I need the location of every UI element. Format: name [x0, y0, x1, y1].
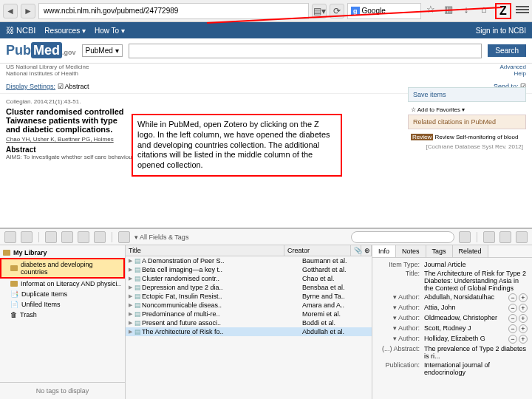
annotation-box: While in PubMed, open Zotero by clicking…	[132, 114, 342, 177]
add-by-id-button[interactable]	[61, 231, 73, 243]
sync-button[interactable]	[483, 231, 495, 243]
collection-item[interactable]: Informat on Literacy AND physici..	[0, 279, 125, 289]
author-value[interactable]: Holliday, Elizabeth G	[424, 335, 507, 344]
col-creator[interactable]: Creator	[284, 245, 351, 256]
attach-button[interactable]	[94, 231, 106, 243]
list-item[interactable]: ▶▤Ectopic Fat, Insulin Resist..Byrne and…	[126, 292, 372, 301]
unfiled-icon	[10, 301, 18, 308]
related-citations-header[interactable]: Related citations in PubMed	[408, 115, 526, 129]
advanced-link[interactable]: Advanced	[499, 64, 526, 70]
ncbi-bar: ⛓ NCBI Resources ▾ How To ▾ Sign in to N…	[0, 22, 532, 38]
collection-selected[interactable]: diabetes and developing countries	[0, 258, 125, 279]
add-author-button[interactable]: +	[519, 335, 528, 344]
author-value[interactable]: Oldmeadow, Christopher	[424, 314, 507, 323]
zotero-left-pane: My Library diabetes and developing count…	[0, 245, 126, 399]
pubmed-subtitle: US National Library of Medicine National…	[6, 64, 89, 77]
zotero-item-pane: Info Notes Tags Related Item Type:Journa…	[372, 245, 532, 399]
new-group-button[interactable]	[21, 231, 33, 243]
remove-author-button[interactable]: −	[508, 314, 517, 323]
tab-related[interactable]: Related	[453, 245, 488, 257]
list-item[interactable]: ▶▤The Architecture of Risk fo..Abdullah …	[126, 327, 372, 336]
trash[interactable]: Trash	[0, 310, 125, 320]
browser-search[interactable]: gGoogle	[347, 3, 421, 19]
locate-button[interactable]	[459, 231, 471, 243]
add-favorites[interactable]: ☆ Add to Favorites ▾	[408, 105, 526, 115]
trash-icon	[10, 311, 17, 318]
info-panel: Item Type:Journal Article Title:The Arch…	[372, 258, 532, 399]
back-button[interactable]: ◄	[3, 4, 18, 18]
remove-author-button[interactable]: −	[508, 304, 517, 313]
list-headers: Title Creator 📎 ⊕	[126, 245, 372, 256]
ncbi-howto[interactable]: How To ▾	[95, 27, 125, 35]
new-collection-button[interactable]	[4, 231, 16, 243]
zotero-toolbar: ▾ All Fields & Tags	[0, 229, 532, 245]
tab-tags[interactable]: Tags	[426, 245, 453, 257]
library-icon	[3, 250, 10, 256]
advanced-search-button[interactable]	[118, 231, 130, 243]
filter-label: ▾ All Fields & Tags	[134, 233, 188, 241]
related-cite: [Cochrane Database Syst Rev. 2012]	[408, 142, 526, 151]
col-attach-icon[interactable]: 📎	[351, 245, 361, 256]
list-item[interactable]: ▶▤Present and future associ..Boddi et al…	[126, 318, 372, 327]
display-settings[interactable]: Display Settings:	[6, 83, 55, 90]
related-item[interactable]: Review Review Self-monitoring of blood	[408, 132, 526, 142]
author-value[interactable]: Attia, John	[424, 304, 507, 313]
help-link[interactable]: Help	[514, 70, 526, 77]
publication-value[interactable]: International journal of endocrinology	[424, 361, 528, 376]
save-items-box[interactable]: Save items	[408, 87, 526, 102]
add-author-button[interactable]: +	[519, 314, 528, 323]
list-item[interactable]: ▶▤Noncommunicable diseas..Amara and A..	[126, 301, 372, 310]
ncbi-logo[interactable]: ⛓ NCBI	[6, 26, 35, 35]
col-title[interactable]: Title	[126, 245, 284, 256]
my-library[interactable]: My Library	[0, 248, 125, 258]
ncbi-resources[interactable]: Resources ▾	[44, 27, 86, 35]
unfiled-items[interactable]: Unfiled Items	[0, 299, 125, 310]
tag-selector: No tags to display	[0, 382, 125, 399]
side-panel: Save items ☆ Add to Favorites ▾ Related …	[408, 87, 526, 151]
pubmed-search-input[interactable]	[129, 44, 482, 58]
list-item[interactable]: ▶▤Cluster randomised contr..Chao et al.	[126, 274, 372, 283]
tab-notes[interactable]: Notes	[396, 245, 426, 257]
item-tabs: Info Notes Tags Related	[372, 245, 532, 258]
duplicate-items[interactable]: Duplicate Items	[0, 289, 125, 299]
add-author-button[interactable]: +	[519, 304, 528, 313]
new-item-button[interactable]	[45, 231, 57, 243]
duplicate-icon	[10, 290, 18, 298]
list-item[interactable]: ▶▤A Demonstration of Peer S..Baumann et …	[126, 256, 372, 265]
zotero-item-list: Title Creator 📎 ⊕ ▶▤A Demonstration of P…	[126, 245, 372, 399]
item-title-value[interactable]: The Architecture of Risk for Type 2 Diab…	[424, 270, 528, 292]
pubmed-db-select[interactable]: PubMed ▾	[82, 44, 123, 57]
list-item[interactable]: ▶▤Depression and type 2 dia..Bensbaa et …	[126, 283, 372, 292]
pubmed-logo[interactable]: PubMed.gov	[6, 43, 76, 58]
tab-info[interactable]: Info	[372, 245, 396, 257]
item-type-value[interactable]: Journal Article	[424, 261, 528, 268]
list-item[interactable]: ▶▤Predominance of multi-re..Moremi et al…	[126, 310, 372, 318]
add-author-button[interactable]: +	[519, 293, 528, 302]
zotero-z-button[interactable]: Z	[495, 3, 511, 19]
pubmed-search-button[interactable]: Search	[488, 44, 526, 57]
remove-author-button[interactable]: −	[508, 324, 517, 333]
zotero-pane: ▾ All Fields & Tags My Library diabetes …	[0, 228, 532, 399]
pubmed-header: PubMed.gov PubMed ▾ Search	[0, 38, 532, 64]
add-author-button[interactable]: +	[519, 324, 528, 333]
folder-icon	[10, 265, 18, 271]
author-value[interactable]: Scott, Rodney J	[424, 324, 507, 333]
forward-button[interactable]: ►	[21, 4, 35, 18]
star-icon[interactable]: ☆	[424, 3, 437, 16]
col-add[interactable]: ⊕	[361, 245, 372, 256]
new-note-button[interactable]	[78, 231, 89, 243]
fullscreen-button[interactable]	[499, 231, 511, 243]
menu-icon[interactable]	[516, 3, 529, 16]
abstract-value[interactable]: The prevalence of Type 2 diabetes is ri.…	[424, 345, 528, 360]
list-item[interactable]: ▶▤Beta cell imaging—a key t..Gotthardt e…	[126, 265, 372, 274]
ncbi-signin[interactable]: Sign in to NCBI	[476, 27, 526, 35]
folder-icon	[10, 281, 18, 287]
zotero-search-input[interactable]	[351, 231, 454, 243]
close-zotero-button[interactable]	[516, 231, 528, 243]
collection-tree: My Library diabetes and developing count…	[0, 245, 125, 382]
remove-author-button[interactable]: −	[508, 293, 517, 302]
url-bar[interactable]: www.ncbi.nlm.nih.gov/pubmed/24772989	[38, 3, 309, 19]
author-value[interactable]: Abdullah, Norsidatulhac	[424, 293, 507, 302]
remove-author-button[interactable]: −	[508, 335, 517, 344]
